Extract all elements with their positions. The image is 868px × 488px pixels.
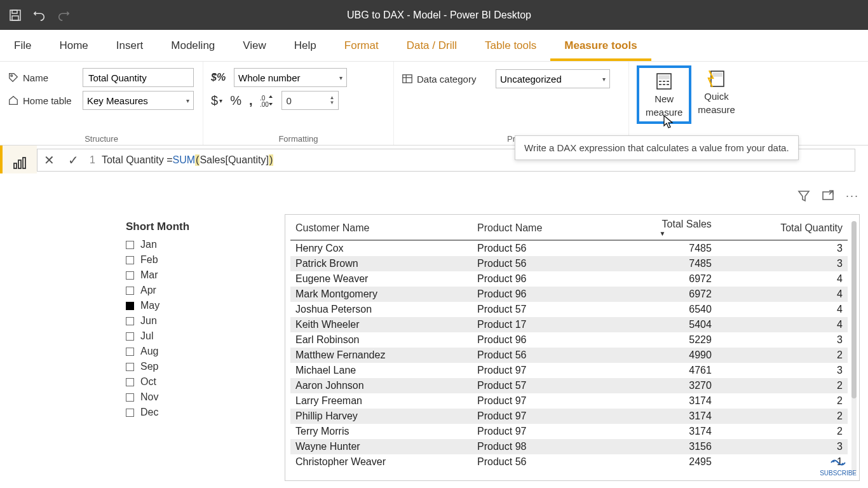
checkbox[interactable] <box>126 256 134 264</box>
window-title: UBG to DAX - Model - Power BI Desktop <box>70 10 808 21</box>
formatting-group-label: Formatting <box>211 134 386 144</box>
slicer-item-dec[interactable]: Dec <box>126 405 272 420</box>
title-bar: UBG to DAX - Model - Power BI Desktop <box>0 0 868 30</box>
checkbox[interactable] <box>126 317 134 325</box>
table-row[interactable]: Patrick BrownProduct 5674853 <box>290 256 848 271</box>
table-row[interactable]: Matthew FernandezProduct 5649902 <box>290 348 848 363</box>
slicer-item-nov[interactable]: Nov <box>126 390 272 405</box>
table-scrollbar[interactable] <box>851 221 857 474</box>
slicer-item-oct[interactable]: Oct <box>126 374 272 390</box>
format-select[interactable]: Whole number▾ <box>234 68 347 87</box>
tab-insert[interactable]: Insert <box>102 30 158 61</box>
slicer-item-sep[interactable]: Sep <box>126 359 272 374</box>
column-header[interactable]: Total Quantity <box>717 215 848 240</box>
percent-button[interactable]: % <box>230 93 241 108</box>
table-row[interactable]: Joshua PetersonProduct 5765404 <box>290 302 848 317</box>
tab-table-tools[interactable]: Table tools <box>471 30 550 61</box>
checkbox[interactable] <box>126 363 134 371</box>
checkbox[interactable] <box>126 409 134 417</box>
slicer-item-feb[interactable]: Feb <box>126 252 272 268</box>
table-visual[interactable]: ··· Customer NameProduct NameTotal Sales… <box>285 214 860 481</box>
slicer-item-label: Nov <box>140 391 158 403</box>
slicer-item-aug[interactable]: Aug <box>126 344 272 359</box>
currency-button[interactable]: $▾ <box>211 93 222 108</box>
ribbon-tabs: File Home Insert Modeling View Help Form… <box>0 30 868 62</box>
slicer-item-label: Oct <box>140 376 156 388</box>
report-canvas[interactable]: Short Month JanFebMarAprMayJunJulAugSepO… <box>37 173 868 488</box>
undo-icon[interactable] <box>33 9 46 22</box>
checkbox[interactable] <box>126 393 134 402</box>
quick-measure-button[interactable]: Quick measure <box>691 65 741 119</box>
table-row[interactable]: Larry FreemanProduct 9731742 <box>290 393 848 409</box>
column-header[interactable]: Product Name <box>472 215 608 240</box>
thousands-button[interactable]: , <box>249 93 253 108</box>
checkbox[interactable] <box>126 378 134 386</box>
more-options-icon[interactable]: ··· <box>846 189 859 203</box>
column-header[interactable]: Total Sales▼ <box>608 215 717 240</box>
table-row[interactable]: Aaron JohnsonProduct 5732702 <box>290 378 848 393</box>
checkbox[interactable] <box>126 271 134 280</box>
table-row[interactable]: Terry MorrisProduct 9731742 <box>290 424 848 439</box>
name-input[interactable]: Total Quantity <box>83 68 194 87</box>
tab-format[interactable]: Format <box>330 30 393 61</box>
svg-rect-1 <box>12 10 17 13</box>
table-row[interactable]: Phillip HarveyProduct 9731742 <box>290 409 848 424</box>
table-row[interactable]: Henry CoxProduct 5674853 <box>290 240 848 256</box>
save-icon[interactable] <box>9 9 22 22</box>
slicer-item-jul[interactable]: Jul <box>126 329 272 344</box>
checkbox[interactable] <box>126 241 134 249</box>
table-row[interactable]: Christopher WeaverProduct 5624951 <box>290 454 848 470</box>
focus-mode-icon[interactable] <box>822 189 834 203</box>
svg-rect-18 <box>713 73 722 76</box>
tab-view[interactable]: View <box>229 30 280 61</box>
formula-commit-icon[interactable]: ✓ <box>62 149 86 171</box>
table-row[interactable]: Wayne HunterProduct 9831563 <box>290 439 848 454</box>
formula-cancel-icon[interactable]: ✕ <box>37 149 62 171</box>
checkbox[interactable] <box>126 348 134 356</box>
filter-icon[interactable] <box>797 189 810 203</box>
slicer-item-label: Aug <box>140 346 158 357</box>
svg-rect-2 <box>12 16 18 20</box>
svg-point-3 <box>11 75 13 77</box>
formula-text[interactable]: 1 Total Quantity = SUM( Sales[Quantity] … <box>86 154 277 166</box>
table-row[interactable]: Mark MontgomeryProduct 9669724 <box>290 287 848 302</box>
slicer-item-mar[interactable]: Mar <box>126 268 272 283</box>
table-row[interactable]: Earl RobinsonProduct 9652293 <box>290 332 848 348</box>
tab-home[interactable]: Home <box>45 30 102 61</box>
svg-rect-32 <box>823 192 833 200</box>
tab-data-drill[interactable]: Data / Drill <box>393 30 471 61</box>
file-tab[interactable]: File <box>0 30 45 61</box>
slicer-item-label: Jul <box>140 330 153 342</box>
slicer-item-label: Jan <box>140 239 157 250</box>
slicer-item-may[interactable]: May <box>126 298 272 313</box>
redo-icon <box>57 9 70 22</box>
slicer-item-apr[interactable]: Apr <box>126 283 272 298</box>
month-slicer[interactable]: Short Month JanFebMarAprMayJunJulAugSepO… <box>126 220 272 420</box>
table-row[interactable]: Eugene WeaverProduct 9669724 <box>290 271 848 287</box>
slicer-item-label: Mar <box>140 269 158 281</box>
decimals-spinner[interactable]: 0 ▲▼ <box>281 91 339 110</box>
svg-point-33 <box>833 461 835 463</box>
new-measure-tooltip: Write a DAX expression that calculates a… <box>515 135 799 160</box>
slicer-item-label: Dec <box>140 407 158 418</box>
column-header[interactable]: Customer Name <box>290 215 472 240</box>
checkbox[interactable] <box>126 302 134 310</box>
home-table-label: Home table <box>8 95 78 106</box>
checkbox[interactable] <box>126 287 134 295</box>
tab-modeling[interactable]: Modeling <box>157 30 229 61</box>
slicer-item-jan[interactable]: Jan <box>126 237 272 252</box>
checkbox[interactable] <box>126 332 134 341</box>
svg-rect-10 <box>659 76 669 79</box>
new-measure-button[interactable]: New measure <box>637 65 691 124</box>
tab-measure-tools[interactable]: Measure tools <box>550 30 651 61</box>
table-row[interactable]: Keith WheelerProduct 1754044 <box>290 317 848 332</box>
slicer-item-label: Sep <box>140 361 158 372</box>
home-table-select[interactable]: Key Measures▾ <box>83 91 194 110</box>
table-row[interactable]: Michael LaneProduct 9747613 <box>290 363 848 378</box>
slicer-item-jun[interactable]: Jun <box>126 313 272 329</box>
svg-text:.00: .00 <box>260 101 269 107</box>
slicer-item-label: Feb <box>140 254 158 266</box>
data-category-select[interactable]: Uncategorized▾ <box>496 69 610 88</box>
subscribe-watermark: SUBSCRIBE <box>820 457 857 477</box>
tab-help[interactable]: Help <box>280 30 330 61</box>
